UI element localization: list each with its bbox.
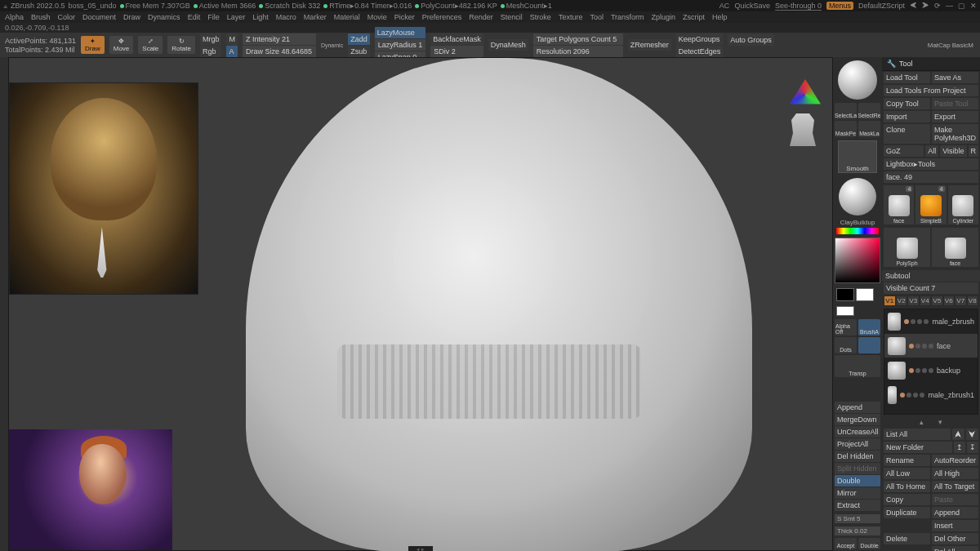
select-lasso-button[interactable]: SelectLa [835,103,857,119]
visibility-set-v5[interactable]: V5 [931,295,943,306]
mask-lasso-button[interactable]: MaskLa [858,121,880,137]
draw-button[interactable]: ✦Draw [81,36,105,54]
brush-alpha-button[interactable]: BrushA [858,319,880,335]
make-polymesh-button[interactable]: Make PolyMesh3D [932,124,978,144]
hue-bar[interactable] [836,228,879,234]
lazyradius-field[interactable]: LazyRadius 1 [375,39,426,51]
tool-thumb-face[interactable]: 4face [884,185,914,224]
menu-tool[interactable]: Tool [590,13,604,21]
menu-file[interactable]: File [207,13,220,21]
goz-all-button[interactable]: All [925,145,938,157]
scroll-down-icon[interactable]: ▾ [938,418,942,426]
visibility-set-v6[interactable]: V6 [943,295,956,306]
subtool-item-male_zbrush1[interactable]: male_zbrush1 [884,383,978,407]
subtool-del-hidden-button[interactable]: Del Hidden [835,451,880,462]
a-button[interactable]: A [226,46,238,57]
menu-alpha[interactable]: Alpha [5,13,24,21]
drawsize-field[interactable]: Draw Size 48.64685 [243,46,316,57]
stroke-preview[interactable] [858,337,880,353]
visibility-set-v8[interactable]: V8 [967,295,979,306]
swatch-white[interactable] [856,288,874,301]
close-icon[interactable]: ✕ [970,2,977,10]
face-count-field[interactable]: face. 49 [884,171,978,183]
visibility-set-v4[interactable]: V4 [920,295,932,306]
detectedges-button[interactable]: DetectEdges [676,46,724,57]
subtool-extract-button[interactable]: Extract [835,500,880,511]
subtool-item-backup[interactable]: backup [884,358,978,383]
paste-tool-button[interactable]: Paste Tool [932,98,978,109]
alpha-off-button[interactable]: Alpha Off [835,319,857,335]
tool-thumb-cylinder[interactable]: Cylinder [948,185,978,224]
keepgroups-button[interactable]: KeepGroups [676,33,724,45]
delete-button[interactable]: Delete [884,533,930,544]
stroke-dots-button[interactable]: Dots [835,337,857,353]
all-low-button[interactable]: All Low [884,468,930,479]
menu-material[interactable]: Material [334,13,360,21]
brush-sphere[interactable] [839,178,876,216]
subtool-header[interactable]: Subtool [882,270,980,282]
camera-head-preview[interactable] [786,113,819,146]
canvas[interactable]: ◂ ▸ [8,57,833,551]
quicksave-button[interactable]: QuickSave [734,2,770,10]
menu-color[interactable]: Color [58,13,76,21]
rgb-button[interactable]: Rgb [200,46,222,57]
menu-render[interactable]: Render [469,13,493,21]
swatch-secondary[interactable] [836,306,854,316]
insert-button[interactable]: Insert [932,520,978,531]
menu-layer[interactable]: Layer [227,13,246,21]
menu-document[interactable]: Document [82,13,116,21]
del-all-button[interactable]: Del All [932,546,978,551]
subtool-split-hidden-button[interactable]: Split Hidden [835,463,880,474]
reference-image[interactable] [9,82,198,295]
del-other-button[interactable]: Del Other [932,533,978,544]
tool-thumb-simpleb[interactable]: 4SimpleB [915,185,946,224]
visibility-set-v3[interactable]: V3 [907,295,920,306]
goz-r-button[interactable]: R [969,145,979,157]
paste-subtool-button[interactable]: Paste [932,494,978,505]
clone-button[interactable]: Clone [884,124,930,144]
zremesher-button[interactable]: ZRemesher [628,39,671,51]
all-to-target-button[interactable]: All To Target [932,481,978,492]
load-tool-button[interactable]: Load Tool [884,72,930,83]
target-polycount-field[interactable]: Target Polygons Count 5 [533,33,623,45]
visibility-set-v7[interactable]: V7 [955,295,967,306]
scroll-up-icon[interactable]: ▴ [920,418,924,426]
subtool-projectall-button[interactable]: ProjectAll [835,438,880,450]
visibility-set-v1[interactable]: V1 [884,295,896,306]
accept-button[interactable]: Accept [835,538,857,549]
subtool-item-male_zbrush[interactable]: male_zbrush [884,309,978,334]
dynamesh-button[interactable]: DynaMesh [488,39,528,51]
zintensity-field[interactable]: Z Intensity 21 [243,33,316,45]
timeline-handle[interactable]: ◂ ▸ [408,546,433,551]
m-button[interactable]: M [226,33,238,45]
default-zscript[interactable]: DefaultZScript [858,2,905,10]
menu-brush[interactable]: Brush [31,13,51,21]
material-sphere[interactable] [838,60,877,100]
sdiv-field[interactable]: SDiv 2 [430,46,483,57]
backfacemask-button[interactable]: BackfaceMask [430,33,483,45]
sculpt-mesh[interactable] [246,58,752,551]
smooth-brush[interactable]: Smooth [838,140,877,173]
autogroups-button[interactable]: Auto Groups [728,34,774,46]
refresh-icon[interactable]: ⟳ [934,2,941,10]
move-button[interactable]: ✥Move [109,36,134,54]
subtool-mirror-button[interactable]: Mirror [835,487,880,499]
menu-dynamics[interactable]: Dynamics [148,13,180,21]
scale-button[interactable]: ⤢Scale [138,36,163,54]
duplicate-button[interactable]: Duplicate [884,507,930,518]
zsub-button[interactable]: Zsub [348,46,370,57]
menu-picker[interactable]: Picker [394,13,415,21]
arrow-up-button[interactable]: ⮝ [952,429,964,440]
resolution-field[interactable]: Resolution 2096 [533,46,623,57]
menu-macro[interactable]: Macro [276,13,296,21]
move-up-button[interactable]: ↥ [954,442,965,453]
dynamic-label[interactable]: Dynamic [321,42,343,48]
subtool-append-button[interactable]: Append [835,402,880,413]
menu-texture[interactable]: Texture [559,13,583,21]
tool-thumb-polysph[interactable]: PolySph [884,228,930,267]
menu-zscript[interactable]: Zscript [683,13,705,21]
subtool-item-face[interactable]: face [884,334,978,358]
select-rect-button[interactable]: SelectRe [858,103,880,119]
transp-button[interactable]: Transp [835,355,880,377]
subtool-double-button[interactable]: Double [835,475,880,487]
